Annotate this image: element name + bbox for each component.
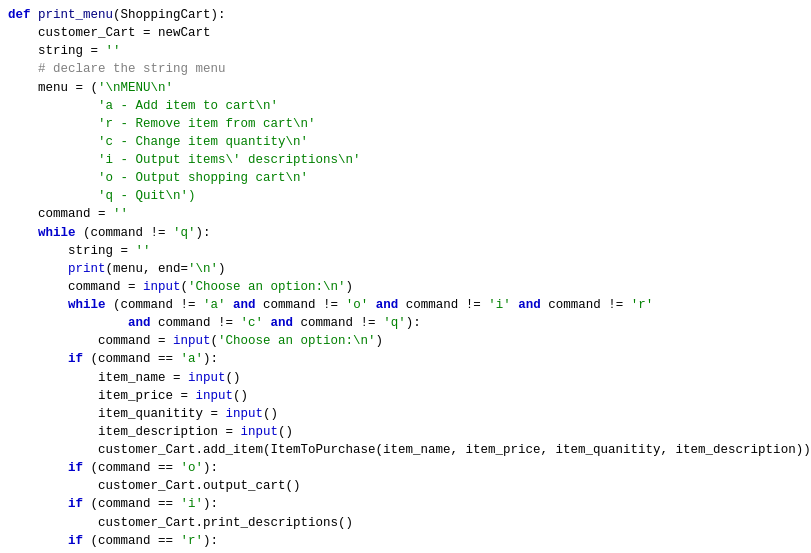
code-token xyxy=(8,296,68,314)
code-token xyxy=(263,314,271,332)
code-line: command = input('Choose an option:\n') xyxy=(0,278,811,296)
code-token: ): xyxy=(406,314,421,332)
code-token: input xyxy=(188,369,226,387)
code-token: 'Choose an option:\n' xyxy=(188,278,346,296)
code-token: string = xyxy=(8,242,136,260)
code-token xyxy=(368,296,376,314)
code-token: input xyxy=(143,278,181,296)
code-token: item_quanitity = xyxy=(8,405,226,423)
code-line: 'a - Add item to cart\n' xyxy=(0,97,811,115)
code-token: print_menu xyxy=(38,6,113,24)
code-token: 'q' xyxy=(173,224,196,242)
code-token: (command == xyxy=(83,459,181,477)
code-token: command != xyxy=(256,296,346,314)
code-line: menu = ('\nMENU\n' xyxy=(0,79,811,97)
code-line: item_quanitity = input() xyxy=(0,405,811,423)
code-token: ): xyxy=(203,350,218,368)
code-token xyxy=(8,350,68,368)
code-line: if (command == 'a'): xyxy=(0,350,811,368)
code-token: (command == xyxy=(83,532,181,550)
code-line: 'q - Quit\n') xyxy=(0,187,811,205)
code-token: 'c - Change item quantity\n' xyxy=(98,133,308,151)
code-line: if (command == 'r'): xyxy=(0,532,811,550)
code-token xyxy=(8,224,38,242)
code-token: 'Choose an option:\n' xyxy=(218,332,376,350)
code-line: while (command != 'q'): xyxy=(0,224,811,242)
code-line: 'r - Remove item from cart\n' xyxy=(0,115,811,133)
code-token: command = xyxy=(8,278,143,296)
code-token xyxy=(8,260,68,278)
code-token: input xyxy=(241,423,279,441)
code-token: (command == xyxy=(83,495,181,513)
code-token: () xyxy=(278,423,293,441)
code-token: while xyxy=(68,296,106,314)
code-line: customer_Cart.add_item(ItemToPurchase(it… xyxy=(0,441,811,459)
code-token xyxy=(8,97,98,115)
code-token: input xyxy=(196,387,234,405)
code-token: ): xyxy=(196,224,211,242)
code-token: ): xyxy=(203,495,218,513)
code-token: # declare the string menu xyxy=(38,60,226,78)
code-token xyxy=(8,459,68,477)
code-token: () xyxy=(263,405,278,423)
code-token: ) xyxy=(218,260,226,278)
code-token: '\nMENU\n' xyxy=(98,79,173,97)
code-line: 'i - Output items\' descriptions\n' xyxy=(0,151,811,169)
code-token: 'i - Output items\' descriptions\n' xyxy=(98,151,361,169)
code-token: 'a' xyxy=(181,350,204,368)
code-token: '' xyxy=(113,205,128,223)
code-token: item_description = xyxy=(8,423,241,441)
code-token: 'o' xyxy=(181,459,204,477)
code-token: input xyxy=(226,405,264,423)
code-token xyxy=(8,60,38,78)
code-token xyxy=(226,296,234,314)
code-token: () xyxy=(233,387,248,405)
code-token: 'o - Output shopping cart\n' xyxy=(98,169,308,187)
code-token: and xyxy=(128,314,151,332)
code-token xyxy=(8,133,98,151)
code-token: 'i' xyxy=(488,296,511,314)
code-line: item_price = input() xyxy=(0,387,811,405)
code-token: ( xyxy=(211,332,219,350)
code-token: 'a - Add item to cart\n' xyxy=(98,97,278,115)
code-line: command = input('Choose an option:\n') xyxy=(0,332,811,350)
code-token: and xyxy=(518,296,541,314)
code-token xyxy=(8,115,98,133)
code-token: 'q - Quit\n') xyxy=(98,187,196,205)
code-token: customer_Cart.print_descriptions() xyxy=(8,514,353,532)
code-token: (command != xyxy=(76,224,174,242)
code-token: customer_Cart = newCart xyxy=(8,24,211,42)
code-token: and xyxy=(271,314,294,332)
code-line: string = '' xyxy=(0,242,811,260)
code-token: (ShoppingCart): xyxy=(113,6,226,24)
code-token: ( xyxy=(181,278,189,296)
code-token: (menu, end= xyxy=(106,260,189,278)
code-token: and xyxy=(376,296,399,314)
code-token xyxy=(8,314,128,332)
code-token: print xyxy=(68,260,106,278)
code-token: ) xyxy=(346,278,354,296)
code-token: 'r - Remove item from cart\n' xyxy=(98,115,316,133)
code-token: string = xyxy=(8,42,106,60)
code-token: 'o' xyxy=(346,296,369,314)
code-token xyxy=(511,296,519,314)
code-token: ) xyxy=(376,332,384,350)
code-token xyxy=(8,532,68,550)
code-token xyxy=(8,151,98,169)
code-line: item_name = input() xyxy=(0,369,811,387)
code-token: 'q' xyxy=(383,314,406,332)
code-line: command = '' xyxy=(0,205,811,223)
code-token: () xyxy=(226,369,241,387)
code-token: command != xyxy=(151,314,241,332)
code-token: (command == xyxy=(83,350,181,368)
code-line: customer_Cart = newCart xyxy=(0,24,811,42)
code-token: 'r' xyxy=(631,296,654,314)
code-token: and xyxy=(233,296,256,314)
code-line: while (command != 'a' and command != 'o'… xyxy=(0,296,811,314)
code-token: command = xyxy=(8,332,173,350)
code-token xyxy=(8,187,98,205)
code-token: if xyxy=(68,532,83,550)
code-token: item_name = xyxy=(8,369,188,387)
code-token xyxy=(8,495,68,513)
code-line: if (command == 'i'): xyxy=(0,495,811,513)
